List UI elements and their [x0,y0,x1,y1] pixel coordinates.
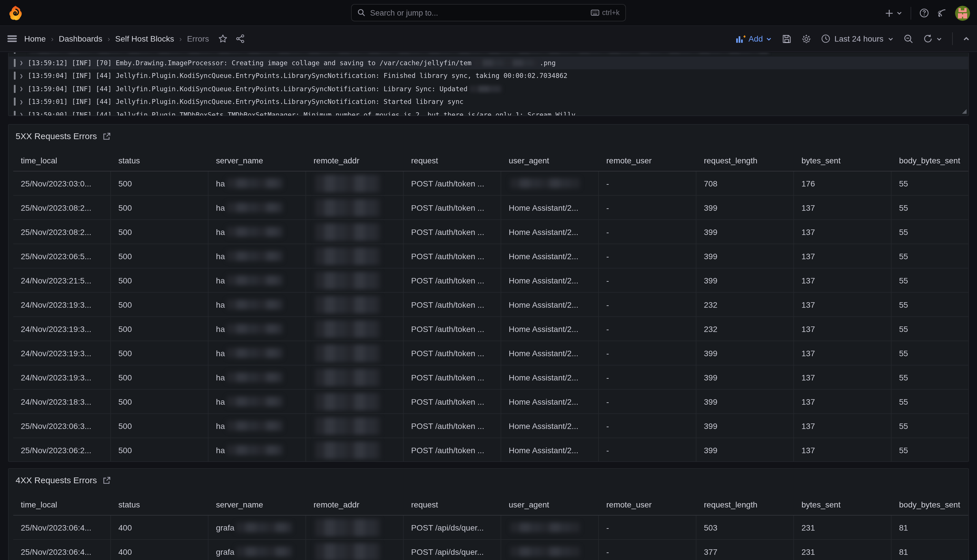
avatar[interactable] [955,5,970,20]
log-row[interactable]: ❯[13:59:04] [INF] [44] Jellyfin.Plugin.K… [9,82,968,95]
keyboard-icon [591,9,599,16]
external-link-icon[interactable] [103,476,111,484]
logs-panel: ❯❯[13:59:12] [INF] [70] Emby.Drawing.Ima… [8,53,969,116]
table-header-row: time_localstatusserver_nameremote_addrre… [13,494,968,515]
resize-handle[interactable] [962,109,967,114]
column-header-body_bytes_sent[interactable]: body_bytes_sent [892,150,968,171]
column-header-time_local[interactable]: time_local [13,150,111,171]
cell-status: 400 [111,540,208,560]
column-header-remote_user[interactable]: remote_user [599,150,696,171]
redacted-text [315,368,380,386]
cell-bytes_sent: 231 [794,515,892,539]
breadcrumb-item-dashboards[interactable]: Dashboards [58,34,102,43]
redacted-text [227,372,282,382]
row-expand-chevron[interactable]: ❯ [20,99,23,105]
breadcrumb-item-home[interactable]: Home [24,34,46,43]
row-expand-chevron[interactable]: ❯ [20,112,23,116]
log-message: [13:59:04] [INF] [44] Jellyfin.Plugin.Ko… [28,85,467,93]
cell-remote_user: - [599,220,696,243]
column-header-user_agent[interactable]: user_agent [501,494,599,515]
cell-request: POST /auth/token ... [403,172,501,195]
menu-icon[interactable] [7,33,17,44]
cell-request: POST /auth/token ... [403,390,501,413]
cell-bytes_sent: 231 [794,540,892,560]
gear-icon[interactable] [802,34,811,43]
column-header-body_bytes_sent[interactable]: body_bytes_sent [892,494,968,515]
zoom-out-icon[interactable] [904,34,914,43]
redacted-text [510,178,580,188]
column-header-request[interactable]: request [403,494,501,515]
star-icon[interactable] [218,34,227,43]
log-row[interactable]: ❯[13:59:00] [INF] [44] Jellyfin.Plugin.T… [9,108,968,116]
cell-bytes_sent: 137 [794,317,892,341]
cell-status: 500 [111,317,208,341]
new-menu-button[interactable] [885,8,902,18]
column-header-server_name[interactable]: server_name [208,150,306,171]
cell-status: 500 [111,172,208,195]
help-icon[interactable] [919,8,929,18]
breadcrumb-item-self-host-blocks[interactable]: Self Host Blocks [115,34,174,43]
chevron-down-icon [936,35,942,42]
cell-user_agent: Home Assistant/2... [501,438,599,461]
column-header-bytes_sent[interactable]: bytes_sent [794,494,892,515]
toolbar-divider [952,32,953,45]
redacted-text [227,227,282,237]
cell-body_bytes_sent: 55 [892,220,968,243]
row-expand-chevron[interactable]: ❯ [20,60,23,66]
column-header-remote_user[interactable]: remote_user [599,494,696,515]
cell-request: POST /auth/token ... [403,341,501,365]
cell-bytes_sent: 137 [794,341,892,365]
cell-user_agent [501,540,599,560]
column-header-status[interactable]: status [111,150,208,171]
refresh-button[interactable] [923,34,942,43]
save-icon[interactable] [782,34,792,43]
log-row[interactable]: ❯ [9,53,968,56]
table-row: 25/Nov/2023:06:4...400grafaPOST /api/ds/… [13,540,968,560]
log-row[interactable]: ❯[13:59:04] [INF] [44] Jellyfin.Plugin.K… [9,69,968,82]
cell-request_length: 399 [696,244,794,268]
row-expand-chevron[interactable]: ❯ [20,53,23,53]
log-row[interactable]: ❯[13:59:12] [INF] [70] Emby.Drawing.Imag… [9,56,968,69]
cell-remote_user: - [599,540,696,560]
column-header-status[interactable]: status [111,494,208,515]
column-header-user_agent[interactable]: user_agent [501,150,599,171]
column-header-remote_addr[interactable]: remote_addr [306,150,403,171]
chevron-up-icon[interactable] [962,35,970,42]
column-header-request_length[interactable]: request_length [696,150,794,171]
cell-server_name: ha [208,365,306,389]
cell-body_bytes_sent: 55 [892,196,968,219]
cell-remote_addr [306,244,403,268]
cell-request_length: 399 [696,438,794,461]
chevron-down-icon [887,35,894,42]
column-header-bytes_sent[interactable]: bytes_sent [794,150,892,171]
redacted-text [315,247,380,265]
external-link-icon[interactable] [103,132,111,140]
search-input[interactable]: Search or jump to... ctrl+k [351,4,626,22]
share-icon[interactable] [235,34,245,43]
rss-icon[interactable] [937,8,947,18]
redacted-text [227,203,282,212]
column-header-request[interactable]: request [403,150,501,171]
cell-body_bytes_sent: 55 [892,365,968,389]
add-button[interactable]: Add [736,34,772,43]
column-header-time_local[interactable]: time_local [13,494,111,515]
cell-user_agent [501,515,599,539]
redacted-text [473,60,538,67]
log-row[interactable]: ❯[13:59:01] [INF] [44] Jellyfin.Plugin.K… [9,95,968,108]
cell-user_agent: Home Assistant/2... [501,268,599,292]
cell-server_name: ha [208,196,306,219]
column-header-server_name[interactable]: server_name [208,494,306,515]
column-header-remote_addr[interactable]: remote_addr [306,494,403,515]
row-expand-chevron[interactable]: ❯ [20,73,23,79]
cell-request_length: 399 [696,341,794,365]
grafana-logo[interactable] [8,5,24,20]
panel-title-4xx: 4XX Requests Errors [16,475,97,485]
column-header-request_length[interactable]: request_length [696,494,794,515]
cell-time_local: 24/Nov/2023:18:3... [13,390,111,413]
cell-remote_user: - [599,196,696,219]
row-expand-chevron[interactable]: ❯ [20,86,23,92]
time-range-picker[interactable]: Last 24 hours [821,34,894,43]
chevron-down-icon [896,10,902,16]
cell-bytes_sent: 137 [794,390,892,413]
cell-time_local: 24/Nov/2023:19:3... [13,341,111,365]
